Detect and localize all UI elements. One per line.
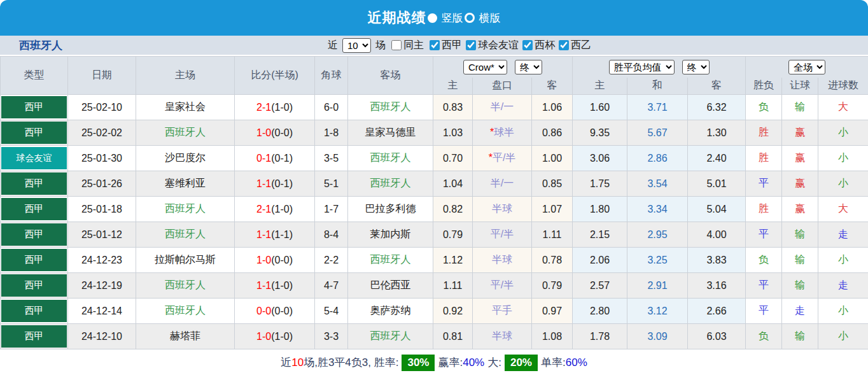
match-type: 西甲 — [1, 273, 68, 299]
avg-away: 4.00 — [688, 222, 746, 248]
odds-away: 0.79 — [532, 273, 573, 299]
score: 1-1(0-1) — [235, 171, 315, 197]
league-filter-3[interactable]: 西乙 — [555, 39, 591, 52]
avg-type-select[interactable]: 胜平负均值 — [609, 60, 675, 74]
radio-horizontal-label[interactable]: 横版 — [479, 11, 501, 25]
radio-unselected-icon[interactable] — [465, 13, 475, 23]
avg-away: 1.30 — [688, 120, 746, 146]
match-type-badge: 西甲 — [1, 198, 67, 220]
avg-draw: 3.09 — [627, 324, 688, 349]
odds-company-select[interactable]: Crow* — [463, 60, 507, 74]
avg-draw: 5.67 — [627, 120, 688, 146]
match-type: 西甲 — [1, 248, 68, 273]
avg-draw: 3.71 — [627, 95, 688, 120]
avg-draw: 2.86 — [627, 146, 688, 171]
match-row: 球会友谊25-01-30沙巴度尔0-1(0-1)3-5西班牙人0.70*平/半1… — [1, 146, 868, 171]
home-team: 西班牙人 — [136, 273, 235, 299]
avg-home: 2.06 — [573, 248, 627, 273]
col-handicap: 盘口 — [473, 78, 532, 95]
league-checkbox[interactable] — [559, 40, 569, 50]
league-checkbox[interactable] — [522, 40, 533, 50]
league-filter-0[interactable]: 西甲 — [426, 39, 462, 52]
score: 1-0(0-0) — [235, 120, 315, 146]
corner-score: 6-0 — [315, 95, 348, 120]
avg-away: 5.04 — [688, 197, 746, 222]
corner-score: 5-1 — [315, 171, 348, 197]
team-name: 西班牙人 — [19, 38, 62, 53]
match-type: 西甲 — [1, 299, 68, 324]
match-date: 24-12-19 — [68, 273, 136, 299]
match-type: 西甲 — [1, 324, 68, 349]
avg-home: 2.15 — [573, 222, 627, 248]
corner-score: 1-7 — [315, 197, 348, 222]
match-row: 西甲25-02-10皇家社会2-1(1-0)6-0西班牙人0.83半/一1.06… — [1, 95, 868, 120]
avg-home: 3.06 — [573, 146, 627, 171]
result-handicap: 走 — [782, 299, 818, 324]
match-date: 25-01-30 — [68, 146, 136, 171]
away-team: 奥萨苏纳 — [348, 299, 433, 324]
result-wdl: 胜 — [746, 146, 782, 171]
radio-vertical-label[interactable]: 竖版 — [442, 11, 463, 25]
league-filter-2[interactable]: 西杯 — [519, 39, 555, 52]
league-filter-1[interactable]: 球会友谊 — [462, 39, 519, 52]
same-home-checkbox[interactable] — [391, 40, 402, 50]
handicap-line: 平/半 — [473, 222, 532, 248]
match-date: 24-12-23 — [68, 248, 136, 273]
summary-count: 10 — [291, 356, 304, 369]
match-row: 西甲25-01-18西班牙人2-1(1-0)1-7巴拉多利德0.82半球1.07… — [1, 197, 868, 222]
avg-draw: 3.34 — [627, 197, 688, 222]
results-table: 类型 日期 主场 比分(半场) 角球 客场 Crow* 终 胜平负均值 终 — [0, 56, 868, 349]
match-date: 24-12-10 — [68, 324, 136, 349]
match-date: 25-01-12 — [68, 222, 136, 248]
col-date: 日期 — [68, 57, 136, 95]
radio-selected-icon[interactable] — [428, 13, 437, 23]
handicap-line: 半球 — [473, 324, 532, 349]
avg-home: 9.35 — [573, 120, 627, 146]
league-filters: 西甲球会友谊西杯西乙 — [426, 39, 591, 52]
avg-draw: 3.12 — [627, 299, 688, 324]
result-goals: 走 — [818, 273, 868, 299]
result-wdl: 负 — [746, 95, 782, 120]
odds-home: 0.70 — [433, 146, 473, 171]
score: 1-1(1-0) — [235, 273, 315, 299]
match-type: 西甲 — [1, 95, 68, 120]
same-home-filter[interactable]: 同主 — [388, 39, 424, 52]
league-label: 西甲 — [442, 39, 462, 52]
match-count-select[interactable]: 10 — [342, 38, 371, 53]
odds-home: 0.82 — [433, 197, 473, 222]
result-handicap: 输 — [782, 273, 818, 299]
result-handicap: 输 — [782, 324, 818, 349]
avg-stage-select[interactable]: 终 — [682, 60, 710, 74]
col-goals: 进球数 — [818, 78, 868, 95]
odds-away: 1.11 — [532, 222, 573, 248]
result-goals: 小 — [818, 248, 868, 273]
odds-home: 1.12 — [433, 248, 473, 273]
score: 0-0(0-0) — [235, 299, 315, 324]
match-type-badge: 西甲 — [1, 274, 67, 297]
match-type-badge: 西甲 — [1, 325, 67, 348]
match-type-badge: 西甲 — [1, 300, 67, 322]
match-type-badge: 球会友谊 — [1, 147, 67, 169]
col-result: 胜负 — [746, 78, 782, 95]
layout-radio-vertical[interactable]: 竖版 — [428, 11, 463, 25]
home-team: 西班牙人 — [136, 299, 235, 324]
result-wdl: 负 — [746, 324, 782, 349]
layout-radio-horizontal[interactable]: 横版 — [465, 11, 501, 25]
corner-score: 4-7 — [315, 273, 348, 299]
result-handicap: 输 — [782, 95, 818, 120]
scope-select[interactable]: 全场 — [788, 60, 825, 74]
match-row: 西甲25-01-26塞维利亚1-1(0-1)5-1西班牙人1.04半/一0.85… — [1, 171, 868, 197]
same-home-label: 同主 — [403, 39, 424, 52]
handicap-line: *球半 — [473, 120, 532, 146]
away-team: 西班牙人 — [348, 324, 433, 349]
odds-away: 0.86 — [532, 120, 573, 146]
result-wdl: 平 — [746, 222, 782, 248]
league-checkbox[interactable] — [466, 40, 476, 50]
away-team: 巴拉多利德 — [348, 197, 433, 222]
match-date: 25-02-10 — [68, 95, 136, 120]
score: 2-1(1-0) — [235, 197, 315, 222]
avg-home: 2.57 — [573, 273, 627, 299]
league-checkbox[interactable] — [430, 40, 440, 50]
odds-stage-select[interactable]: 终 — [515, 60, 542, 74]
result-wdl: 胜 — [746, 197, 782, 222]
